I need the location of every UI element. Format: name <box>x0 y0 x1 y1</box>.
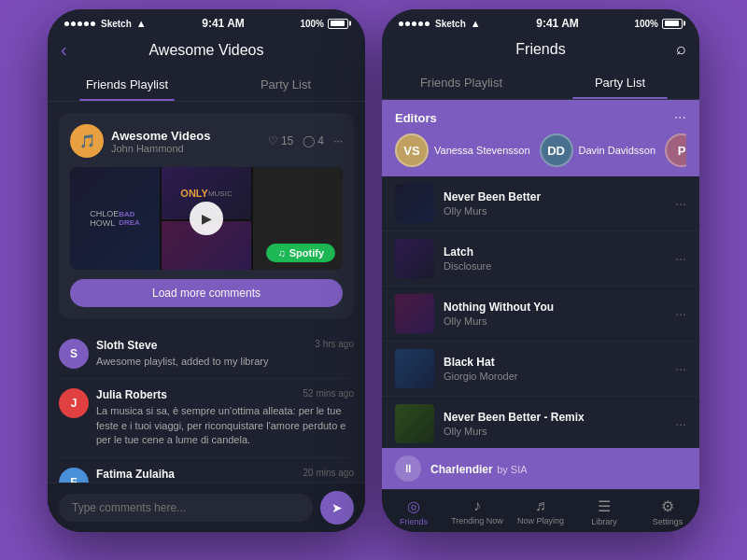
dot-2-2 <box>405 21 410 26</box>
comment-time-0: 3 hrs ago <box>315 339 354 352</box>
bottom-nav: ◎ Friends ♪ Trending Now ♬ Now Playing ☰… <box>382 489 699 532</box>
nav-item-friends[interactable]: ◎ Friends <box>382 490 445 532</box>
comment-text-1: La musica si sa, è sempre un'ottima alle… <box>96 404 354 447</box>
library-nav-label: Library <box>591 517 617 526</box>
battery-label-2: 100% <box>634 19 658 29</box>
dot-4 <box>84 21 89 26</box>
song-item-4[interactable]: Never Been Better - Remix Olly Murs ··· <box>382 397 699 448</box>
heart-icon: ♡ <box>268 134 278 147</box>
song-item-1[interactable]: Latch Disclosure ··· <box>382 231 699 287</box>
editors-more-icon[interactable]: ··· <box>674 109 686 126</box>
song-info-0: Never Been Better Olly Murs <box>444 190 666 217</box>
song-title-0: Never Been Better <box>444 190 666 203</box>
time-2: 9:41 AM <box>536 17 579 30</box>
spotify-button[interactable]: ♫ Spotify <box>266 244 335 262</box>
comment-input[interactable] <box>59 494 313 522</box>
editor-avatar-1: DD <box>540 133 573 167</box>
song-more-icon-3[interactable]: ··· <box>675 361 686 376</box>
playlist-name: Awesome Videos <box>111 129 261 143</box>
song-artist-0: Olly Murs <box>444 205 666 217</box>
song-more-icon-4[interactable]: ··· <box>675 416 686 431</box>
song-more-icon-2[interactable]: ··· <box>675 306 686 321</box>
song-item-3[interactable]: Black Hat Giorgio Moroder ··· <box>382 342 699 397</box>
tab-friends-playlist-1[interactable]: Friends Playlist <box>48 68 206 101</box>
nav-item-library[interactable]: ☰ Library <box>572 490 636 532</box>
comment-author-2: Fatima Zulaiha <box>96 468 175 481</box>
editors-title: Editors <box>395 111 437 125</box>
editor-name-0: Vanessa Stevensson <box>434 145 530 156</box>
nowplaying-nav-label: Now Playing <box>517 516 564 525</box>
library-nav-icon: ☰ <box>598 497 611 515</box>
editor-name-1: Davin Davidsson <box>579 145 656 156</box>
spotify-icon: ♫ <box>277 247 285 259</box>
comment-header-1: Julia Roberts 52 mins ago <box>96 388 354 401</box>
song-artist-2: Olly Murs <box>444 315 666 327</box>
status-bar-2: Sketch ▲ 9:41 AM 100% <box>382 9 699 34</box>
wifi-icon-1: ▲ <box>136 18 147 29</box>
song-item-0[interactable]: Never Been Better Olly Murs ··· <box>382 176 699 231</box>
tab-party-list-2[interactable]: Party List <box>541 66 699 99</box>
now-playing-bar: ⏸ Charlendier by SIA <box>382 448 699 489</box>
scroll-area-1: 🎵 Awesome Videos John Hammond ♡ 15 ◯ 4 <box>48 102 365 532</box>
nav-bar-2: Friends ⌕ <box>382 34 699 66</box>
tab-party-list-1[interactable]: Party List <box>206 68 365 101</box>
likes-action[interactable]: ♡ 15 <box>268 134 293 147</box>
comment-body-1: Julia Roberts 52 mins ago La musica si s… <box>96 388 354 447</box>
song-title-4: Never Been Better - Remix <box>444 411 666 424</box>
back-button[interactable]: ‹ <box>61 39 83 61</box>
comment-text-0: Awesome playlist, added to my library <box>96 355 354 369</box>
settings-nav-icon: ⚙ <box>661 497 674 515</box>
nav-title-2: Friends <box>417 41 664 58</box>
song-title-3: Black Hat <box>444 356 666 369</box>
send-button[interactable]: ➤ <box>320 491 354 525</box>
wifi-icon-2: ▲ <box>471 18 481 29</box>
media-col-1: CHLOEHOWLBADDREA <box>70 167 160 270</box>
load-more-button[interactable]: Load more comments <box>70 279 343 307</box>
more-options-icon[interactable]: ··· <box>333 134 343 147</box>
song-artist-3: Giorgio Moroder <box>444 371 666 382</box>
battery-icon-2 <box>662 19 683 29</box>
playlist-author: John Hammond <box>111 143 261 154</box>
media-thumb-1: CHLOEHOWLBADDREA <box>70 167 160 270</box>
input-bar: ➤ <box>48 483 365 532</box>
song-artist-4: Olly Murs <box>444 426 666 437</box>
play-button[interactable]: ▶ <box>190 202 223 235</box>
song-thumb-3 <box>395 349 434 388</box>
spotify-label: Spotify <box>289 247 324 259</box>
comment-author-0: Sloth Steve <box>96 339 157 352</box>
dot-3 <box>78 21 82 26</box>
playlist-info: Awesome Videos John Hammond <box>111 129 261 154</box>
phone-2: Sketch ▲ 9:41 AM 100% Friends ⌕ Friends … <box>382 9 699 532</box>
tabs-1: Friends Playlist Party List <box>48 68 365 102</box>
song-thumb-4 <box>395 404 434 443</box>
song-item-2[interactable]: Nothing Without You Olly Murs ··· <box>382 287 699 342</box>
playlist-card: 🎵 Awesome Videos John Hammond ♡ 15 ◯ 4 <box>59 113 354 318</box>
nav-item-settings[interactable]: ⚙ Settings <box>636 490 699 532</box>
now-playing-info: Charlendier by SIA <box>430 460 686 477</box>
trending-nav-label: Trending Now <box>451 516 503 525</box>
dot-2-5 <box>425 21 430 26</box>
editor-avatar-2: P <box>665 133 686 167</box>
editors-list: VS Vanessa Stevensson DD Davin Davidsson… <box>395 133 686 167</box>
song-thumb-2 <box>395 294 434 333</box>
likes-count: 15 <box>281 134 293 147</box>
nav-title-1: Awesome Videos <box>83 42 330 59</box>
song-title-2: Nothing Without You <box>444 301 666 314</box>
signal-dots: Sketch ▲ <box>64 18 147 29</box>
song-thumb-0 <box>395 184 434 223</box>
nav-item-trending[interactable]: ♪ Trending Now <box>445 490 509 532</box>
tab-friends-playlist-2[interactable]: Friends Playlist <box>382 66 541 99</box>
song-more-icon-1[interactable]: ··· <box>675 251 686 266</box>
dot-5 <box>91 21 95 26</box>
pause-button[interactable]: ⏸ <box>395 455 421 482</box>
phone-1: Sketch ▲ 9:41 AM 100% ‹ Awesome Videos F… <box>48 9 365 532</box>
nav-item-nowplaying[interactable]: ♬ Now Playing <box>509 490 572 532</box>
comment-avatar-0: S <box>59 339 89 369</box>
comment-avatar-1: J <box>59 388 89 418</box>
comment-icon: ◯ <box>303 134 315 147</box>
now-playing-title: Charlendier <box>430 463 493 476</box>
battery-label-1: 100% <box>300 19 324 29</box>
search-icon[interactable]: ⌕ <box>664 39 686 59</box>
comments-action[interactable]: ◯ 4 <box>303 134 324 147</box>
song-more-icon-0[interactable]: ··· <box>675 196 686 211</box>
